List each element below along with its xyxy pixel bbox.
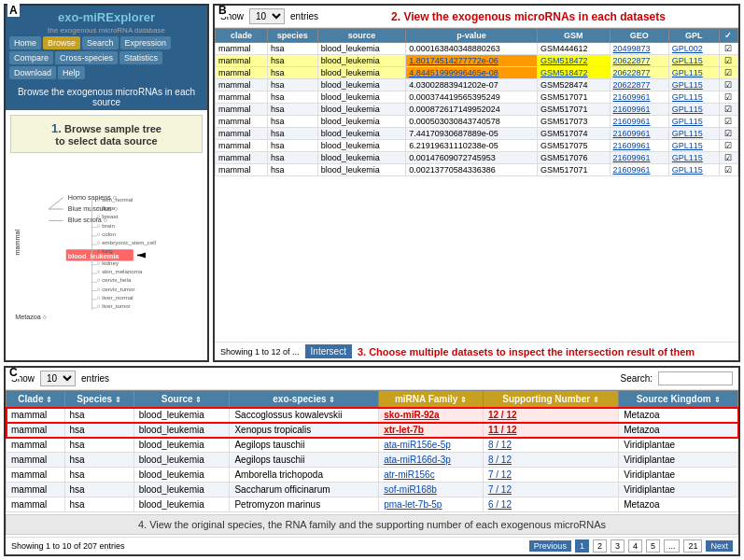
b-showing-text: Showing 1 to 12 of ...	[220, 347, 300, 357]
page-ellipsis-button[interactable]: ...	[664, 539, 681, 553]
tab-search[interactable]: Search	[82, 36, 119, 49]
panel-b-label: B	[217, 4, 229, 17]
tab-statistics[interactable]: Statistics	[119, 51, 162, 64]
panel-a-page-header: Browse the exogenous microRNAs in each s…	[6, 84, 207, 110]
b-table-row: mammalhsablood_leukemia6.21919631110238e…	[216, 140, 738, 152]
svg-text:○ skin_melanoma: ○ skin_melanoma	[97, 268, 143, 274]
svg-text:○ brain: ○ brain	[97, 222, 116, 229]
b-table-row: mammalhsablood_leukemia0.000374419565395…	[216, 91, 738, 104]
svg-text:○ colon: ○ colon	[97, 231, 117, 237]
step4-label: 4. View the original species, the RNA fa…	[6, 514, 738, 535]
svg-text:mammal: mammal	[13, 229, 21, 255]
b-col-clade: clade	[216, 29, 268, 43]
b-col-check: ✓	[719, 29, 737, 43]
b-col-gpl: GPL	[668, 29, 719, 43]
b-table-row: mammalhsablood_leukemia4.03002883941202e…	[216, 79, 738, 91]
svg-text:○ bone: ○ bone	[97, 204, 116, 211]
c-table-row: mammalhsablood_leukemiaXenopus tropicali…	[7, 423, 738, 438]
next-page-button[interactable]: Next	[706, 540, 733, 552]
tree-container[interactable]: Homo sapiens ○ Blue musculus ○ Blue scro…	[10, 159, 203, 356]
search-input-c[interactable]	[658, 371, 733, 385]
tab-cross-species[interactable]: Cross-species	[55, 51, 118, 64]
c-col-species[interactable]: Species ⇕	[64, 391, 133, 408]
panel-a: A exo-miRExplorer the exogenous microRNA…	[4, 4, 209, 362]
step3-callout: 3. Choose multiple datasets to inspect t…	[358, 346, 733, 357]
app-subtitle: the exogenous microRNA database	[6, 26, 207, 35]
c-showing-text: Showing 1 to 10 of 207 entries	[11, 541, 125, 551]
search-label: Search:	[621, 373, 653, 384]
panel-b-table: clade species source p-value GSM GEO GPL…	[215, 28, 738, 176]
svg-text:○ kidney: ○ kidney	[97, 259, 119, 266]
svg-text:○ liver_normal: ○ liver_normal	[97, 294, 133, 301]
c-table-row: mammalhsablood_leukemiaSaccharum officin…	[7, 483, 738, 497]
b-table-row: mammalhsablood_leukemia7.44170930687889e…	[216, 128, 738, 140]
tab-expression[interactable]: Expression	[120, 36, 172, 49]
panel-a-label: A	[7, 4, 20, 17]
panel-b-header: Show 102550 entries 2. View the exogenou…	[215, 6, 738, 28]
c-col-source[interactable]: Source ⇕	[133, 391, 230, 408]
intersect-button[interactable]: Intersect	[305, 344, 352, 358]
panel-c: C Show 102550 entries Search: Clade ⇕ Sp…	[4, 366, 740, 556]
c-col-clade[interactable]: Clade ⇕	[7, 391, 65, 408]
panel-b-table-container: clade species source p-value GSM GEO GPL…	[215, 28, 738, 342]
svg-text:○ liver_tumor: ○ liver_tumor	[97, 302, 131, 309]
c-table-row: mammalhsablood_leukemiaPetromyzon marinu…	[7, 497, 738, 512]
b-table-row: mammalhsablood_leukemia0.000503030843740…	[216, 116, 738, 128]
c-col-kingdom[interactable]: Source Kingdom ⇕	[619, 391, 738, 408]
page-4-button[interactable]: 4	[628, 539, 642, 553]
svg-text:○ cervix_hela: ○ cervix_hela	[97, 276, 132, 283]
sample-tree-svg: Homo sapiens ○ Blue musculus ○ Blue scro…	[10, 159, 203, 356]
panel-c-table: Clade ⇕ Species ⇕ Source ⇕ exo-species ⇕…	[6, 390, 738, 512]
entries-label-b: entries	[290, 11, 318, 21]
step2-callout: 2. View the exogenous microRNAs in each …	[324, 10, 733, 23]
tab-help[interactable]: Help	[58, 66, 85, 79]
svg-text:○ skin_normal: ○ skin_normal	[97, 196, 133, 203]
c-table-row: mammalhsablood_leukemiaAegilops tauschii…	[7, 438, 738, 453]
panel-c-label: C	[7, 366, 20, 379]
b-col-pvalue: p-value	[406, 29, 538, 43]
tab-compare[interactable]: Compare	[9, 51, 53, 64]
show-select-c[interactable]: 102550	[40, 371, 76, 386]
c-col-mirna[interactable]: miRNA Family ⇕	[379, 391, 484, 408]
tab-home[interactable]: Home	[9, 36, 41, 49]
b-col-species: species	[267, 29, 317, 43]
svg-text:○ lung: ○ lung	[97, 247, 114, 254]
svg-text:○ embryonic_stem_cell: ○ embryonic_stem_cell	[97, 239, 156, 245]
nav-tabs: Home Browse Search Expression Compare Cr…	[6, 35, 207, 81]
page-1-button[interactable]: 1	[575, 539, 589, 553]
panel-b: B Show 102550 entries 2. View the exogen…	[213, 4, 740, 362]
page-2-button[interactable]: 2	[593, 539, 607, 553]
nav-bar: exo-miRExplorer the exogenous microRNA d…	[6, 6, 207, 84]
page-21-button[interactable]: 21	[683, 539, 702, 553]
b-col-source: source	[317, 29, 405, 43]
svg-text:Metazoa ○: Metazoa ○	[15, 313, 47, 321]
svg-line-1	[49, 198, 63, 209]
c-col-support[interactable]: Supporting Number ⇕	[483, 391, 618, 408]
svg-text:○ cervix_tumor: ○ cervix_tumor	[97, 286, 135, 292]
tab-browse[interactable]: Browse	[43, 36, 80, 49]
page-3-button[interactable]: 3	[611, 539, 625, 553]
c-table-row: mammalhsablood_leukemiaSaccoglossus kowa…	[7, 408, 738, 423]
c-col-exo-species[interactable]: exo-species ⇕	[230, 391, 379, 408]
step1-label: 1. Browse sample treeto select data sour…	[10, 115, 203, 153]
b-table-row: mammalhsablood_leukemia1.80174514277772e…	[216, 55, 738, 67]
b-table-row: mammalhsablood_leukemia0.002137705843363…	[216, 164, 738, 176]
entries-label-c: entries	[81, 373, 109, 384]
b-col-gsm: GSM	[538, 29, 610, 43]
b-table-row: mammalhsablood_leukemia0.000872617149952…	[216, 104, 738, 116]
panel-b-footer: Showing 1 to 12 of ... Intersect 3. Choo…	[215, 342, 738, 360]
c-table-row: mammalhsablood_leukemiaAmborella trichop…	[7, 468, 738, 483]
b-col-geo: GEO	[610, 29, 668, 43]
b-table-row: mammalhsablood_leukemia0.001476090727459…	[216, 152, 738, 164]
svg-text:○ breast: ○ breast	[97, 213, 119, 219]
tab-download[interactable]: Download	[9, 66, 56, 79]
app-title: exo-miRExplorer	[6, 8, 207, 26]
b-table-row: mammalhsablood_leukemia4.84451999996465e…	[216, 67, 738, 79]
panel-c-header: Show 102550 entries Search:	[6, 368, 738, 390]
show-select-b[interactable]: 102550	[249, 8, 285, 24]
panel-a-content: 1. Browse sample treeto select data sour…	[6, 110, 207, 360]
panel-c-footer: Showing 1 to 10 of 207 entries Previous …	[6, 537, 738, 554]
page-5-button[interactable]: 5	[646, 539, 660, 553]
c-table-row: mammalhsablood_leukemiaAegilops tauschii…	[7, 453, 738, 468]
prev-page-button[interactable]: Previous	[529, 540, 571, 552]
